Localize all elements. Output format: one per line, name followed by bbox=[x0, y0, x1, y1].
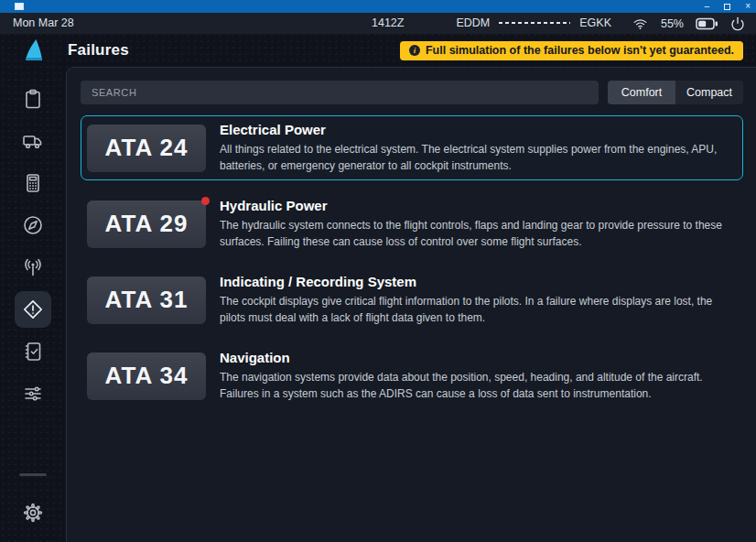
warning-banner: i Full simulation of the failures below … bbox=[400, 41, 743, 60]
failure-card-ata31[interactable]: ATA 31 Indicating / Recording System The… bbox=[81, 267, 743, 332]
truck-icon bbox=[22, 130, 44, 152]
failure-title: Indicating / Recording System bbox=[220, 274, 732, 289]
failure-title: Electrical Power bbox=[220, 122, 732, 137]
ata-badge: ATA 29 bbox=[87, 201, 206, 248]
sidebar-item-adjustments[interactable] bbox=[15, 375, 51, 412]
failure-card-ata29[interactable]: ATA 29 Hydraulic Power The hydraulic sys… bbox=[81, 191, 743, 256]
sidebar-divider bbox=[19, 473, 47, 476]
checklist-icon bbox=[22, 341, 44, 363]
ata-code: ATA 24 bbox=[105, 134, 189, 162]
power-icon[interactable] bbox=[730, 16, 745, 31]
page-header: Failures i Full simulation of the failur… bbox=[0, 34, 756, 67]
clipboard-icon bbox=[22, 88, 44, 110]
window-minimize-button[interactable]: – bbox=[705, 2, 710, 11]
ata-code: ATA 29 bbox=[105, 210, 189, 238]
ata-code: ATA 34 bbox=[105, 362, 189, 390]
antenna-icon bbox=[22, 256, 44, 278]
failure-description: The cockpit displays give critical fligh… bbox=[220, 293, 732, 326]
failure-active-dot bbox=[201, 197, 210, 205]
ata-badge: ATA 34 bbox=[87, 352, 206, 400]
failure-description: The hydraulic system connects to the fli… bbox=[220, 217, 732, 250]
wifi-icon bbox=[632, 16, 649, 31]
ata-badge: ATA 31 bbox=[87, 276, 206, 324]
failure-card-ata24[interactable]: ATA 24 Electrical Power All things relat… bbox=[81, 115, 743, 180]
sidebar-item-clipboard[interactable] bbox=[15, 81, 51, 117]
toolbar: Comfort Compact bbox=[81, 81, 743, 104]
sidebar-item-failures[interactable] bbox=[15, 291, 51, 328]
failure-title: Hydraulic Power bbox=[220, 198, 732, 213]
status-bar: Mon Mar 28 1412Z EDDM EGKK 55% bbox=[0, 13, 756, 34]
compass-icon bbox=[22, 214, 44, 236]
sidebar-item-checklist[interactable] bbox=[15, 333, 51, 370]
view-comfort-button[interactable]: Comfort bbox=[608, 81, 675, 104]
warning-banner-text: Full simulation of the failures below is… bbox=[426, 44, 734, 57]
calculator-icon bbox=[22, 172, 44, 194]
sidebar-nav bbox=[0, 67, 66, 542]
search-input[interactable] bbox=[81, 81, 599, 104]
route-progress-line bbox=[499, 22, 570, 24]
airline-tail-logo-icon bbox=[24, 38, 46, 62]
page-title: Failures bbox=[68, 41, 129, 60]
os-titlebar: – × bbox=[0, 0, 756, 13]
failures-warning-icon bbox=[22, 298, 44, 320]
sidebar-item-navigation-compass[interactable] bbox=[15, 207, 51, 244]
app-window-icon bbox=[15, 3, 24, 10]
battery-percent: 55% bbox=[661, 17, 684, 30]
failure-card-ata34[interactable]: ATA 34 Navigation The navigation systems… bbox=[81, 343, 743, 408]
gear-icon bbox=[22, 502, 44, 524]
sidebar-item-settings[interactable] bbox=[15, 494, 51, 531]
arrival-icao: EGKK bbox=[579, 16, 611, 29]
window-maximize-button[interactable] bbox=[724, 4, 730, 10]
info-icon: i bbox=[409, 45, 420, 56]
ata-code: ATA 31 bbox=[105, 286, 189, 314]
flight-route: EDDM EGKK bbox=[456, 16, 611, 29]
failure-description: The navigation systems provide data abou… bbox=[220, 369, 732, 402]
failure-list: ATA 24 Electrical Power All things relat… bbox=[81, 115, 743, 408]
view-compact-button[interactable]: Compact bbox=[675, 81, 743, 104]
sidebar-item-ground-services[interactable] bbox=[15, 123, 51, 159]
failure-title: Navigation bbox=[220, 350, 732, 365]
failures-panel: Comfort Compact ATA 24 Electrical Power … bbox=[66, 67, 756, 542]
sidebar-item-calculator[interactable] bbox=[15, 165, 51, 201]
battery-icon bbox=[696, 17, 718, 30]
failure-description: All things related to the electrical sys… bbox=[220, 141, 732, 174]
sliders-icon bbox=[22, 383, 44, 405]
ata-badge: ATA 24 bbox=[87, 125, 206, 172]
view-mode-toggle: Comfort Compact bbox=[608, 81, 743, 104]
window-close-button[interactable]: × bbox=[745, 2, 751, 11]
status-date: Mon Mar 28 bbox=[13, 16, 74, 29]
sidebar-item-radio[interactable] bbox=[15, 249, 51, 286]
departure-icao: EDDM bbox=[456, 16, 490, 29]
status-clock-utc: 1412Z bbox=[372, 16, 404, 29]
